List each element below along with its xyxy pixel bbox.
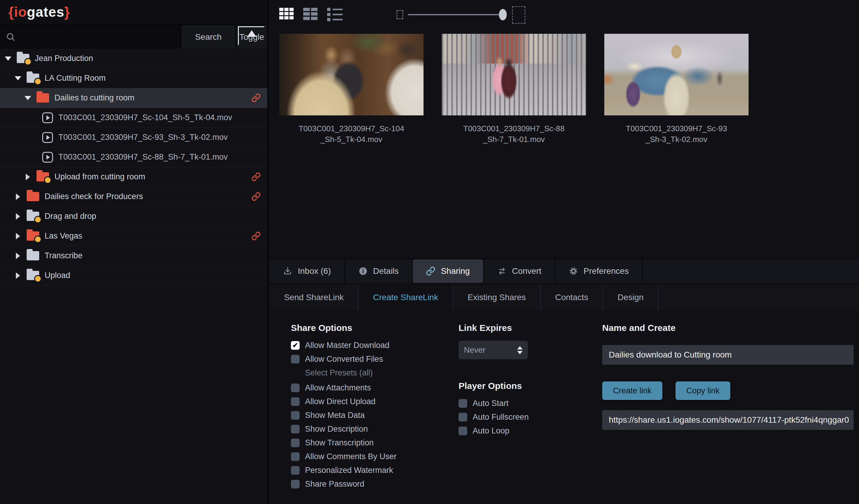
create-copy-button-row: Create link Copy link <box>602 381 854 400</box>
share-link-icon[interactable] <box>252 192 261 201</box>
expand-caret-icon[interactable] <box>24 174 32 180</box>
subtab-send-sharelink[interactable]: Send ShareLink <box>270 285 359 310</box>
search-button[interactable]: Search <box>180 25 235 49</box>
tab-inbox-6[interactable]: Inbox (6) <box>270 259 344 283</box>
zoom-slider-track[interactable] <box>408 14 505 15</box>
copy-link-button[interactable]: Copy link <box>676 381 730 400</box>
caret-triangle <box>16 193 20 200</box>
search-input[interactable] <box>0 25 180 49</box>
tree-row-jean-production[interactable]: Jean Production <box>0 49 267 68</box>
option-label: Auto Fullscreen <box>472 412 529 422</box>
zoom-slider-handle[interactable] <box>499 9 507 20</box>
option-row-auto-start: Auto Start <box>458 399 587 408</box>
video-thumbnail[interactable] <box>442 34 586 115</box>
checkbox-auto-start-unchecked[interactable] <box>458 399 467 408</box>
tab-preferences[interactable]: Preferences <box>556 259 642 283</box>
checkbox-allow-comments-by-user-unchecked[interactable] <box>291 452 300 461</box>
tree-row-transcribe[interactable]: Transcribe <box>0 246 267 266</box>
option-row-allow-master-download: ✔Allow Master Download <box>291 341 450 350</box>
list-view-icon[interactable] <box>327 8 343 21</box>
tree-row-t003c001-230309h7-sc-104-sh-5-tk-04-mov[interactable]: T003C001_230309H7_Sc-104_Sh-5_Tk-04.mov <box>0 108 267 128</box>
file-name-caption: T003C001_230309H7_Sc-93_Sh-3_Tk-02.mov <box>604 123 749 145</box>
tree-item-label: Jean Production <box>35 54 93 63</box>
checkbox-auto-fullscreen-unchecked[interactable] <box>458 413 467 422</box>
share-link-icon[interactable] <box>252 172 261 182</box>
sharelink-name-input[interactable] <box>602 345 854 365</box>
checkbox-allow-converted-files-unchecked[interactable] <box>291 355 300 363</box>
subtab-create-sharelink[interactable]: Create ShareLink <box>359 285 453 310</box>
option-row-show-transcription: Show Transcription <box>291 438 450 447</box>
subtab-contacts[interactable]: Contacts <box>541 285 603 310</box>
option-row-allow-attachments: Allow Attachments <box>291 383 450 393</box>
collapse-caret-icon[interactable] <box>4 57 12 61</box>
tree-row-las-vegas[interactable]: Las Vegas <box>0 226 267 246</box>
search-icon <box>5 32 16 43</box>
expand-caret-icon[interactable] <box>14 233 22 239</box>
expand-caret-icon[interactable] <box>14 253 22 259</box>
link-expires-select[interactable]: Never <box>458 341 528 359</box>
tree-item-label: Dailies check for Producers <box>45 192 143 201</box>
tree-row-dailies-to-cutting-room[interactable]: Dailies to cutting room <box>0 88 267 108</box>
collapse-caret-icon[interactable] <box>24 96 32 100</box>
create-link-button[interactable]: Create link <box>602 381 662 400</box>
subtab-design[interactable]: Design <box>603 285 659 310</box>
expand-caret-icon[interactable] <box>14 213 22 220</box>
link-expires-value: Never <box>464 346 485 355</box>
checkbox-personalized-watermark-unchecked[interactable] <box>291 466 300 475</box>
checkbox-show-description-unchecked[interactable] <box>291 425 300 434</box>
tree-item-label: Dailies to cutting room <box>55 93 134 103</box>
checkbox-allow-attachments-unchecked[interactable] <box>291 383 300 392</box>
share-link-icon[interactable] <box>252 231 261 241</box>
tree-row-dailies-check-for-producers[interactable]: Dailies check for Producers <box>0 187 267 207</box>
share-url-field[interactable]: https://share.us1.iogates.com/show/1077/… <box>602 410 854 430</box>
checkbox-share-password-unchecked[interactable] <box>291 480 300 488</box>
folder-icon <box>27 251 39 261</box>
grid-small-view-icon-active[interactable] <box>279 8 293 21</box>
select-stepper-icon <box>517 346 523 354</box>
arrow-up-icon <box>247 30 256 37</box>
tab-convert[interactable]: Convert <box>484 259 555 283</box>
checkbox-show-transcription-unchecked[interactable] <box>291 439 300 447</box>
checkbox-auto-loop-unchecked[interactable] <box>458 427 467 435</box>
name-and-create-heading: Name and Create <box>602 323 854 333</box>
tab-label: Details <box>373 266 399 276</box>
option-note-select-presets-all[interactable]: Select Presets (all) <box>305 368 450 378</box>
video-thumbnail[interactable] <box>279 34 423 115</box>
checkbox-allow-direct-upload-unchecked[interactable] <box>291 397 300 406</box>
tree-row-t003c001-230309h7-sc-88-sh-7-tk-01-mov[interactable]: T003C001_230309H7_Sc-88_Sh-7_Tk-01.mov <box>0 147 267 167</box>
expand-caret-icon[interactable] <box>14 193 22 200</box>
player-options-heading: Player Options <box>458 381 587 391</box>
tree-row-t003c001-230309h7-sc-93-sh-3-tk-02-mov[interactable]: T003C001_230309H7_Sc-93_Sh-3_Tk-02.mov <box>0 128 267 147</box>
tree-row-upload-from-cutting-room[interactable]: Upload from cutting room <box>0 167 267 187</box>
option-label: Allow Master Download <box>305 341 389 350</box>
tree-item-label: Upload from cutting room <box>55 172 145 182</box>
video-file-icon <box>42 132 53 143</box>
grid-large-view-icon[interactable] <box>303 8 318 21</box>
tab-sharing[interactable]: Sharing <box>413 259 483 283</box>
option-row-allow-direct-upload: Allow Direct Upload <box>291 397 450 406</box>
file-name-caption: T003C001_230309H7_Sc-88_Sh-7_Tk-01.mov <box>442 123 586 145</box>
tab-details[interactable]: Details <box>345 259 412 283</box>
folder-icon <box>36 93 49 103</box>
option-label: Show Meta Data <box>305 411 365 420</box>
checkbox-allow-master-download-checked[interactable]: ✔ <box>291 341 300 350</box>
share-link-icon[interactable] <box>252 93 261 103</box>
subtab-existing-shares[interactable]: Existing Shares <box>453 285 541 310</box>
option-label: Personalized Watermark <box>305 466 393 475</box>
tree-row-drag-and-drop[interactable]: Drag and drop <box>0 207 267 226</box>
collapse-caret-icon[interactable] <box>14 76 22 80</box>
tree-row-la-cutting-room[interactable]: LA Cutting Room <box>0 68 267 88</box>
tree-item-label: T003C001_230309H7_Sc-93_Sh-3_Tk-02.mov <box>58 133 228 142</box>
scroll-top-button[interactable] <box>238 26 264 45</box>
expand-caret-icon[interactable] <box>14 272 22 279</box>
checkbox-show-meta-data-unchecked[interactable] <box>291 411 300 420</box>
tree-row-upload[interactable]: Upload <box>0 266 267 285</box>
tab-label: Inbox (6) <box>298 266 331 276</box>
folder-icon <box>17 54 29 63</box>
create-sharelink-panel: Share Options ✔Allow Master DownloadAllo… <box>270 311 859 504</box>
link-expires-heading: Link Expires <box>458 323 587 333</box>
video-thumbnail[interactable] <box>604 34 749 115</box>
info-icon <box>358 266 368 276</box>
video-file-icon <box>42 152 53 163</box>
chevron-up-icon <box>517 346 523 349</box>
